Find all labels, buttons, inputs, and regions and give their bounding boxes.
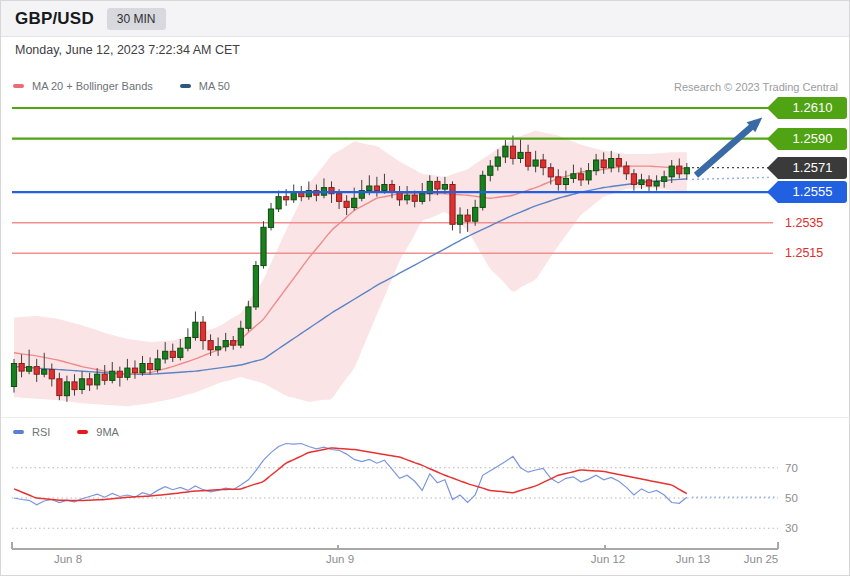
trading-chart-window: GBP/USD 30 MIN Monday, June 12, 2023 7:2…	[0, 0, 850, 576]
timeframe-badge: 30 MIN	[107, 8, 166, 30]
ma50-projection-dotted	[692, 177, 770, 179]
chart-header: GBP/USD 30 MIN	[1, 1, 850, 37]
rsi-9ma-line	[14, 448, 687, 501]
rsi-line	[14, 444, 687, 505]
chart-canvas	[1, 1, 850, 576]
pair-title: GBP/USD	[15, 9, 94, 29]
